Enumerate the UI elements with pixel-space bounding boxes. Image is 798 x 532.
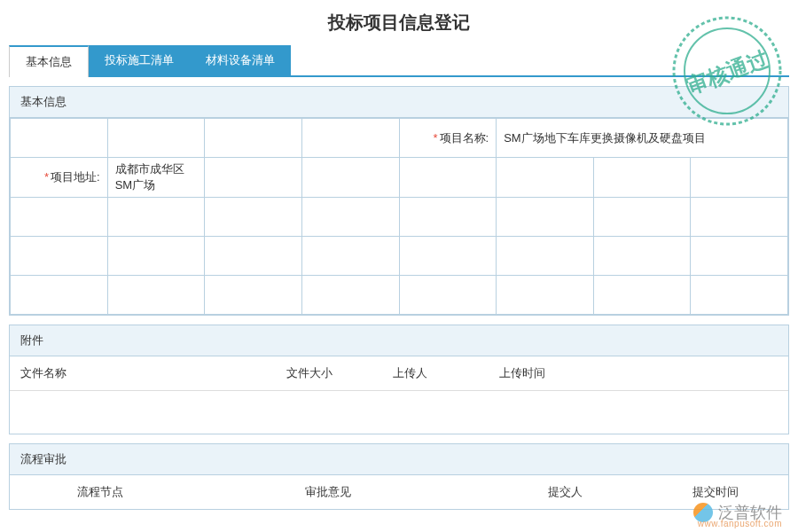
project-addr-label: *项目地址:: [11, 158, 108, 198]
col-spacer: [606, 365, 778, 381]
empty-cell: [691, 198, 788, 237]
col-flow-node: 流程节点: [20, 484, 180, 500]
tab-material-list[interactable]: 材料设备清单: [190, 45, 291, 75]
label-text: 项目名称:: [440, 131, 489, 145]
empty-cell: [691, 237, 788, 276]
empty-cell: [11, 237, 108, 276]
empty-cell: [301, 158, 399, 198]
col-upload-time: 上传时间: [499, 365, 606, 381]
empty-cell: [301, 198, 399, 237]
label-text: 项目地址:: [51, 170, 100, 184]
empty-cell: [301, 237, 399, 276]
basic-info-table: *项目名称: SM广场地下车库更换摄像机及硬盘项目 *项目地址: 成都市成华区S…: [10, 118, 788, 315]
flow-section: 流程审批 流程节点 审批意见 提交人 提交时间: [9, 443, 789, 510]
table-row: [11, 237, 788, 276]
attachments-header: 附件: [10, 325, 788, 356]
attachments-columns: 文件名称 文件大小 上传人 上传时间: [10, 356, 788, 391]
attachments-empty-body: [10, 391, 788, 434]
table-row: [11, 276, 788, 315]
table-row: *项目地址: 成都市成华区SM广场: [11, 158, 788, 198]
empty-cell: [205, 198, 302, 237]
empty-cell: [497, 198, 594, 237]
col-filesize: 文件大小: [286, 365, 393, 381]
project-name-label: *项目名称:: [399, 119, 497, 158]
table-row: [11, 198, 788, 237]
col-flow-submit-time: 提交时间: [653, 484, 778, 500]
col-flow-opinion: 审批意见: [180, 484, 476, 500]
empty-cell: [593, 198, 691, 237]
flow-header: 流程审批: [10, 444, 788, 475]
empty-cell: [205, 276, 302, 315]
brand-url: www.fanpusoft.com: [698, 519, 782, 528]
col-filename: 文件名称: [20, 365, 286, 381]
empty-cell: [497, 276, 594, 315]
project-name-value[interactable]: SM广场地下车库更换摄像机及硬盘项目: [497, 119, 788, 158]
basic-info-header: 基本信息: [10, 87, 788, 118]
empty-cell: [593, 158, 691, 198]
empty-cell: [11, 198, 108, 237]
empty-cell: [301, 119, 399, 158]
tabs: 基本信息 投标施工清单 材料设备清单: [9, 45, 789, 77]
empty-cell: [497, 237, 594, 276]
flow-columns: 流程节点 审批意见 提交人 提交时间: [10, 475, 788, 509]
empty-cell: [205, 119, 302, 158]
brand-watermark: 泛普软件 www.fanpusoft.com: [693, 502, 782, 523]
empty-cell: [399, 237, 497, 276]
tab-basic-info[interactable]: 基本信息: [9, 45, 89, 77]
empty-cell: [399, 198, 497, 237]
tab-construction-list[interactable]: 投标施工清单: [89, 45, 190, 75]
required-mark: *: [433, 131, 437, 145]
empty-cell: [593, 237, 691, 276]
empty-cell: [11, 119, 108, 158]
col-flow-submitter: 提交人: [476, 484, 653, 500]
empty-cell: [107, 276, 205, 315]
empty-cell: [691, 276, 788, 315]
empty-cell: [205, 237, 302, 276]
empty-cell: [107, 198, 205, 237]
empty-cell: [399, 276, 497, 315]
col-uploader: 上传人: [393, 365, 499, 381]
basic-info-section: 基本信息 *项目名称: SM广场地下车库更换摄像机及硬盘项目 *项目地址: 成都…: [9, 86, 789, 316]
project-addr-value[interactable]: 成都市成华区SM广场: [107, 158, 205, 198]
table-row: *项目名称: SM广场地下车库更换摄像机及硬盘项目: [11, 119, 788, 158]
required-mark: *: [44, 170, 49, 184]
empty-cell: [593, 276, 691, 315]
empty-cell: [399, 158, 497, 198]
page-title: 投标项目信息登记: [0, 0, 798, 45]
empty-cell: [205, 158, 302, 198]
empty-cell: [691, 158, 788, 198]
empty-cell: [301, 276, 399, 315]
empty-cell: [107, 237, 205, 276]
attachments-section: 附件 文件名称 文件大小 上传人 上传时间: [9, 325, 789, 434]
empty-cell: [497, 158, 594, 198]
empty-cell: [11, 276, 108, 315]
empty-cell: [107, 119, 205, 158]
